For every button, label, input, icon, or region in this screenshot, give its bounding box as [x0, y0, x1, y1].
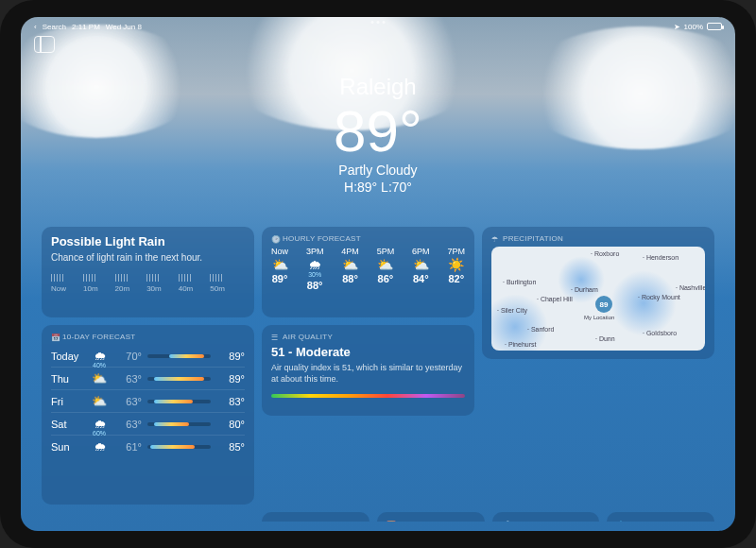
weather-icon: 🌧	[308, 258, 321, 271]
hour-column: 4PM⛅88°	[341, 247, 359, 291]
forecast-row[interactable]: Sat 🌧60% 63° 80°	[51, 412, 245, 435]
wind-label: WIND	[513, 520, 535, 522]
sun-icon: ☀	[271, 521, 279, 522]
map-city-label: · Henderson	[643, 254, 679, 261]
alert-subtitle: Chance of light rain in the next hour.	[51, 252, 245, 263]
battery-icon	[707, 23, 722, 30]
wind-card[interactable]: 💨WIND 6 mph	[492, 512, 600, 522]
status-date: Wed Jun 8	[106, 23, 142, 31]
current-temp: 89°	[21, 102, 735, 161]
alert-title: Possible Light Rain	[51, 234, 245, 248]
alert-card[interactable]: Possible Light Rain Chance of light rain…	[42, 227, 254, 317]
hourly-label: HOURLY FORECAST	[283, 234, 361, 243]
ten-day-forecast-card[interactable]: 📅10-DAY FORECAST Today 🌧40% 70° 89°Thu ⛅…	[42, 325, 254, 505]
aq-label: AIR QUALITY	[283, 333, 333, 341]
minute-tick: 20m	[115, 274, 130, 293]
weather-icon: ☀️	[448, 258, 464, 271]
precipitation-map[interactable]: 89 My Location · Roxboro· Henderson· Bur…	[491, 247, 705, 351]
map-city-label: · Burlington	[503, 279, 536, 285]
hour-column: 5PM⛅86°	[377, 247, 395, 291]
hourly-forecast-card[interactable]: 🕑HOURLY FORECAST Now⛅89°3PM🌧30%88°4PM⛅88…	[262, 227, 474, 317]
map-city-label: · Chapel Hill	[537, 296, 573, 302]
sunset-icon: 🌅	[387, 521, 394, 522]
sidebar-toggle-button[interactable]	[34, 36, 55, 53]
map-city-label: · Pinehurst	[505, 341, 536, 348]
back-chevron-icon: ‹	[34, 23, 37, 31]
map-city-label: · Goldsboro	[643, 330, 677, 336]
droplet-icon: 💧	[616, 521, 624, 522]
map-city-label: · Sanford	[527, 326, 554, 333]
forecast-row[interactable]: Today 🌧40% 70° 89°	[51, 345, 245, 367]
forecast-row[interactable]: Sun 🌧 61° 85°	[51, 435, 245, 457]
map-city-label: · Roxboro	[591, 250, 619, 257]
my-location-pin[interactable]: 89	[595, 296, 612, 313]
weather-icon: 🌧60%	[89, 417, 110, 431]
umbrella-icon: ☂	[491, 235, 499, 243]
aq-scale-bar	[271, 394, 465, 398]
hour-column: 7PM☀️82°	[447, 247, 465, 291]
forecast-row[interactable]: Fri ⛅ 63° 83°	[51, 389, 245, 412]
weather-icon: ⛅	[89, 394, 110, 408]
precip-map-label: PRECIPITATION	[503, 234, 563, 243]
uv-label: UV INDEX	[283, 520, 320, 522]
hi-lo: H:89° L:70°	[21, 180, 735, 195]
minute-tick: Now	[51, 274, 66, 293]
status-back-label[interactable]: Search	[43, 23, 66, 31]
map-city-label: · Durham	[571, 286, 598, 293]
hour-column: 6PM⛅84°	[412, 247, 430, 291]
minute-tick: 10m	[83, 274, 98, 293]
minute-tick: 50m	[210, 274, 225, 293]
weather-icon: ⛅	[89, 371, 110, 385]
weather-icon: ⛅	[342, 258, 358, 271]
aq-desc: Air quality index is 51, which is simila…	[271, 363, 465, 385]
precipitation-card[interactable]: 💧PRECIPITATION 0" in last hour	[607, 512, 714, 522]
map-city-label: · Rocky Mount	[638, 294, 680, 300]
sunset-label: SUNSET	[398, 520, 430, 522]
map-city-label: · Siler City	[497, 307, 527, 314]
precip-label: PRECIPITATION	[627, 520, 688, 522]
map-city-label: · Dunn	[595, 335, 615, 342]
wind-icon: 💨	[502, 521, 509, 522]
weather-icon: ⛅	[413, 258, 429, 271]
weather-icon: 🌧	[89, 439, 110, 454]
ten-day-label: 10-DAY FORECAST	[62, 333, 136, 341]
current-conditions: Raleigh 89° Partly Cloudy H:89° L:70°	[21, 74, 735, 195]
status-time: 2:11 PM	[72, 23, 100, 31]
minute-tick: 40m	[179, 274, 194, 293]
weather-icon: ⛅	[272, 258, 288, 271]
hour-column: Now⛅89°	[271, 247, 288, 291]
battery-pct: 100%	[684, 23, 703, 31]
hour-column: 3PM🌧30%88°	[306, 247, 324, 291]
aq-headline: 51 - Moderate	[271, 345, 465, 359]
clock-icon: 🕑	[271, 235, 279, 243]
calendar-icon: 📅	[51, 334, 59, 341]
weather-icon: 🌧40%	[89, 349, 110, 363]
minute-forecast-bar: Now10m20m30m40m50m	[51, 272, 245, 293]
city-name: Raleigh	[21, 74, 735, 100]
forecast-row[interactable]: Thu ⛅ 63° 89°	[51, 367, 245, 389]
weather-icon: ⛅	[377, 258, 393, 271]
my-location-label: My Location	[584, 315, 614, 320]
sunset-card[interactable]: 🌅SUNSET 8:29PM	[377, 512, 485, 522]
uv-index-card[interactable]: ☀UV INDEX 7 High	[262, 512, 369, 522]
air-quality-card[interactable]: ☰AIR QUALITY 51 - Moderate Air quality i…	[262, 325, 474, 416]
current-condition: Partly Cloudy	[21, 163, 735, 178]
aq-icon: ☰	[271, 334, 279, 341]
location-arrow-icon: ➤	[674, 23, 680, 31]
multitask-indicator[interactable]	[371, 21, 386, 24]
precipitation-map-card[interactable]: ☂PRECIPITATION 89 My Location · Roxboro·…	[482, 227, 714, 359]
map-city-label: · Nashville	[676, 284, 705, 291]
minute-tick: 30m	[146, 274, 162, 293]
